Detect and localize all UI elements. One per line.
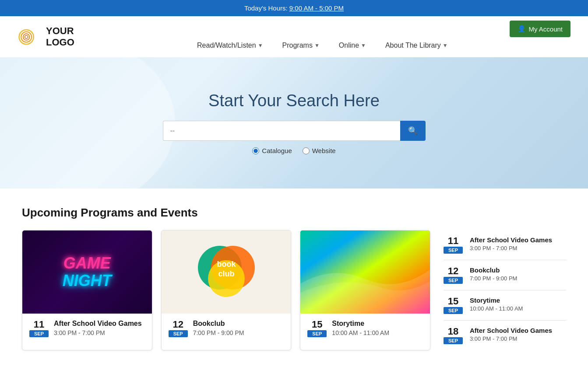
header: YOUR LOGO Read/Watch/Listen ▼ Programs ▼… — [0, 16, 588, 57]
svg-text:book: book — [217, 260, 236, 269]
card-body: 11 SEP After School Video Games 3:00 PM … — [22, 314, 152, 344]
card-info: Storytime 10:00 AM - 11:00 AM — [332, 320, 423, 336]
nav-programs[interactable]: Programs ▼ — [277, 38, 325, 53]
search-bar: 🔍 — [163, 121, 426, 141]
nav-online[interactable]: Online ▼ — [334, 38, 371, 53]
storytime-image — [300, 230, 430, 314]
sidebar-info: Storytime 10:00 AM - 11:00 AM — [470, 297, 566, 312]
events-layout: GAME NIGHT 11 SEP After School Video Gam… — [22, 230, 566, 350]
hours-label: Today's Hours: — [244, 4, 288, 12]
dropdown-arrow: ▼ — [314, 42, 320, 49]
sidebar-event-1[interactable]: 12 SEP Bookclub 7:00 PM - 9:00 PM — [444, 260, 566, 290]
game-night-image: GAME NIGHT — [22, 230, 152, 314]
website-radio[interactable] — [303, 147, 310, 154]
search-options: Catalogue Website — [252, 147, 335, 154]
date-badge: 12 SEP — [169, 320, 188, 337]
bookclub-svg: book club — [196, 241, 257, 303]
person-icon: 👤 — [518, 25, 526, 33]
card-info: After School Video Games 3:00 PM - 7:00 … — [54, 320, 145, 336]
dropdown-arrow: ▼ — [443, 42, 448, 49]
events-sidebar: 11 SEP After School Video Games 3:00 PM … — [444, 230, 566, 350]
svg-point-1 — [21, 31, 32, 42]
svg-point-3 — [25, 35, 28, 38]
date-badge: 15 SEP — [307, 320, 327, 337]
sidebar-date: 15 SEP — [444, 297, 463, 314]
hero-section: Start Your Search Here 🔍 Catalogue Websi… — [0, 57, 588, 188]
hours-link[interactable]: 9:00 AM - 5:00 PM — [289, 4, 344, 12]
card-body: 12 SEP Bookclub 7:00 PM - 9:00 PM — [162, 314, 291, 344]
dropdown-arrow: ▼ — [361, 42, 366, 49]
logo[interactable]: YOUR LOGO — [18, 25, 74, 49]
night-text: NIGHT — [63, 272, 112, 290]
search-icon: 🔍 — [408, 126, 418, 135]
sidebar-info: Bookclub 7:00 PM - 9:00 PM — [470, 266, 566, 282]
event-card-bookclub[interactable]: book club 12 SEP Bookclub 7:00 PM - 9:00… — [161, 230, 292, 350]
card-body: 15 SEP Storytime 10:00 AM - 11:00 AM — [300, 314, 430, 344]
search-button[interactable]: 🔍 — [400, 121, 426, 141]
bookclub-image: book club — [162, 230, 291, 314]
hero-title: Start Your Search Here — [208, 91, 380, 110]
logo-icon — [18, 25, 42, 49]
catalogue-radio[interactable] — [252, 147, 259, 154]
event-card-storytime[interactable]: 15 SEP Storytime 10:00 AM - 11:00 AM — [300, 230, 430, 350]
website-option[interactable]: Website — [303, 147, 336, 154]
sidebar-date: 12 SEP — [444, 266, 463, 284]
catalogue-option[interactable]: Catalogue — [252, 147, 292, 154]
sidebar-info: After School Video Games 3:00 PM - 7:00 … — [470, 236, 566, 251]
logo-text: YOUR LOGO — [46, 25, 74, 49]
sidebar-event-3[interactable]: 18 SEP After School Video Games 3:00 PM … — [444, 321, 566, 350]
event-card-game-night[interactable]: GAME NIGHT 11 SEP After School Video Gam… — [22, 230, 152, 350]
dropdown-arrow: ▼ — [258, 42, 263, 49]
sidebar-info: After School Video Games 3:00 PM - 7:00 … — [470, 327, 566, 342]
sidebar-date: 11 SEP — [444, 236, 463, 254]
top-bar: Today's Hours: 9:00 AM - 5:00 PM — [0, 0, 588, 16]
events-section: Upcoming Programs and Events GAME NIGHT … — [0, 188, 588, 368]
game-text: GAME — [63, 255, 112, 272]
nav-about-library[interactable]: About The Library ▼ — [380, 38, 453, 53]
my-account-button[interactable]: 👤 My Account — [510, 21, 570, 37]
main-nav: Read/Watch/Listen ▼ Programs ▼ Online ▼ … — [192, 21, 453, 53]
event-cards-area: GAME NIGHT 11 SEP After School Video Gam… — [22, 230, 430, 350]
svg-text:club: club — [218, 269, 234, 278]
sidebar-event-0[interactable]: 11 SEP After School Video Games 3:00 PM … — [444, 230, 566, 260]
card-info: Bookclub 7:00 PM - 9:00 PM — [193, 320, 284, 336]
events-title: Upcoming Programs and Events — [22, 206, 566, 220]
date-badge: 11 SEP — [29, 320, 49, 337]
nav-read-watch-listen[interactable]: Read/Watch/Listen ▼ — [192, 38, 268, 53]
svg-point-2 — [23, 34, 30, 40]
sidebar-date: 18 SEP — [444, 327, 463, 344]
sidebar-event-2[interactable]: 15 SEP Storytime 10:00 AM - 11:00 AM — [444, 290, 566, 321]
search-input[interactable] — [163, 121, 400, 141]
